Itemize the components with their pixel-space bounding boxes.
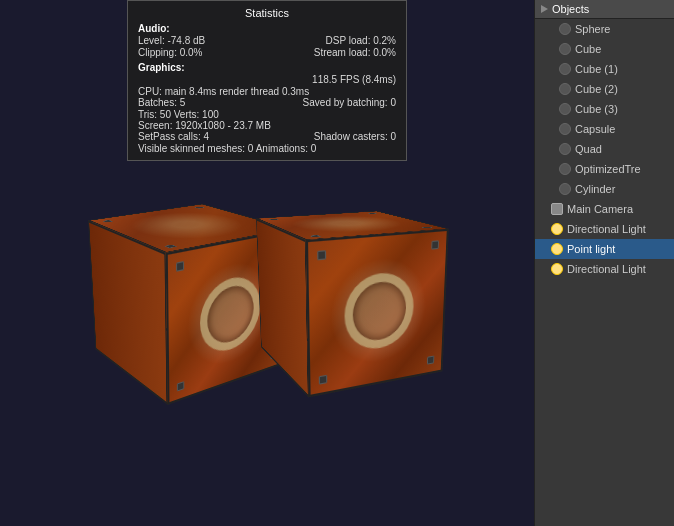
fps-row: 118.5 FPS (8.4ms) xyxy=(138,74,396,85)
cube2-label: Cube (2) xyxy=(575,81,618,97)
cube1-label: Cube (1) xyxy=(575,61,618,77)
dirlight1-icon xyxy=(551,223,563,235)
shadow-text: Shadow casters: 0 xyxy=(314,131,396,142)
optimizedtree-label: OptimizedTre xyxy=(575,161,641,177)
audio-row1: Level: -74.8 dB DSP load: 0.2% xyxy=(138,35,396,46)
batches-text: Batches: 5 xyxy=(138,97,185,108)
maincamera-label: Main Camera xyxy=(567,201,633,217)
dirlight2-label: Directional Light xyxy=(567,261,646,277)
hier-item-sphere[interactable]: Sphere xyxy=(535,19,674,39)
graphics-label: Graphics: xyxy=(138,62,396,73)
cube3-icon xyxy=(559,103,571,115)
hierarchy-panel: Objects Sphere Cube Cube (1) Cube (2) Cu… xyxy=(534,0,674,526)
bolt-bl xyxy=(177,381,184,391)
hier-item-pointlight[interactable]: Point light xyxy=(535,239,674,259)
capsule-icon xyxy=(559,123,571,135)
clipping-text: Clipping: 0.0% xyxy=(138,47,203,58)
cube1-icon xyxy=(559,63,571,75)
c2-bolt-bl xyxy=(319,375,327,385)
cube2-mesh xyxy=(278,219,409,370)
hier-item-cube[interactable]: Cube xyxy=(535,39,674,59)
screen-row: Screen: 1920x1080 - 23.7 MB xyxy=(138,120,396,131)
cube1-mesh xyxy=(123,215,243,374)
cube2-front xyxy=(306,229,449,397)
setpass-row: SetPass calls: 4 Shadow casters: 0 xyxy=(138,131,396,142)
top-bolt-tl xyxy=(102,220,113,223)
bolt-tl xyxy=(176,261,184,272)
cylinder-label: Cylinder xyxy=(575,181,615,197)
top-bolt-tr xyxy=(195,207,205,209)
c2-top-bolt-br xyxy=(421,227,433,229)
circle-emblem-front xyxy=(200,271,262,359)
quad-icon xyxy=(559,143,571,155)
cube3-label: Cube (3) xyxy=(575,101,618,117)
saved-text: Saved by batching: 0 xyxy=(303,97,396,108)
pointlight-label: Point light xyxy=(567,241,615,257)
viewport: Statistics Audio: Level: -74.8 dB DSP lo… xyxy=(0,0,534,526)
audio-row2: Clipping: 0.0% Stream load: 0.0% xyxy=(138,47,396,58)
hier-item-capsule[interactable]: Capsule xyxy=(535,119,674,139)
hier-item-cube1[interactable]: Cube (1) xyxy=(535,59,674,79)
cpu-row: CPU: main 8.4ms render thread 0.3ms xyxy=(138,86,396,97)
c2-top-bolt-tl xyxy=(269,219,279,220)
statistics-panel: Statistics Audio: Level: -74.8 dB DSP lo… xyxy=(127,0,407,161)
sphere-icon xyxy=(559,23,571,35)
cube1-container xyxy=(117,223,257,363)
stats-title: Statistics xyxy=(138,7,396,19)
hier-item-cylinder[interactable]: Cylinder xyxy=(535,179,674,199)
fps-value: 118.5 FPS (8.4ms) xyxy=(312,74,396,85)
capsule-label: Capsule xyxy=(575,121,615,137)
stream-text: Stream load: 0.0% xyxy=(314,47,396,58)
hier-item-dirlight1[interactable]: Directional Light xyxy=(535,219,674,239)
circle-emblem-c2-front xyxy=(345,270,415,354)
level-text: Level: -74.8 dB xyxy=(138,35,205,46)
hier-item-maincamera[interactable]: Main Camera xyxy=(535,199,674,219)
visible-row: Visible skinned meshes: 0 Animations: 0 xyxy=(138,143,396,154)
dirlight1-label: Directional Light xyxy=(567,221,646,237)
sphere-label: Sphere xyxy=(575,21,610,37)
optimizedtree-icon xyxy=(559,163,571,175)
triangle-expand xyxy=(541,5,548,13)
c2-bolt-tr xyxy=(431,240,439,249)
hier-item-cube3[interactable]: Cube (3) xyxy=(535,99,674,119)
setpass-text: SetPass calls: 4 xyxy=(138,131,209,142)
dirlight2-icon xyxy=(551,263,563,275)
c2-bolt-br xyxy=(427,356,434,365)
hierarchy-header: Objects xyxy=(535,0,674,19)
tris-row: Tris: 50 Verts: 100 xyxy=(138,109,396,120)
cube2-icon xyxy=(559,83,571,95)
hier-item-optimizedtree[interactable]: OptimizedTre xyxy=(535,159,674,179)
cube-label: Cube xyxy=(575,41,601,57)
c2-top-bolt-tr xyxy=(367,213,377,214)
top-bolt-bl xyxy=(164,245,177,249)
cylinder-icon xyxy=(559,183,571,195)
hier-item-quad[interactable]: Quad xyxy=(535,139,674,159)
cube2-container xyxy=(277,223,417,363)
hierarchy-list[interactable]: Sphere Cube Cube (1) Cube (2) Cube (3) C… xyxy=(535,19,674,526)
pointlight-icon xyxy=(551,243,563,255)
dsp-text: DSP load: 0.2% xyxy=(326,35,396,46)
c2-top-bolt-bl xyxy=(309,235,321,237)
cube-icon xyxy=(559,43,571,55)
quad-label: Quad xyxy=(575,141,602,157)
cube1-left xyxy=(88,220,167,404)
camera-icon xyxy=(551,203,563,215)
c2-bolt-tl xyxy=(317,250,326,260)
hierarchy-title: Objects xyxy=(552,3,589,15)
batches-row: Batches: 5 Saved by batching: 0 xyxy=(138,97,396,108)
audio-label: Audio: xyxy=(138,23,396,34)
hier-item-dirlight2[interactable]: Directional Light xyxy=(535,259,674,279)
hier-item-cube2[interactable]: Cube (2) xyxy=(535,79,674,99)
